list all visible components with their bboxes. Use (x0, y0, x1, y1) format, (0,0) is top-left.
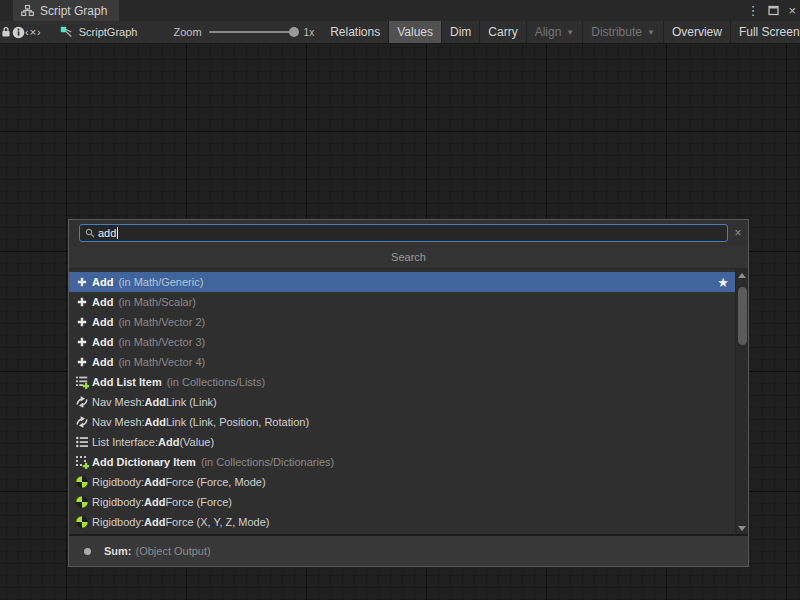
toolbar-button-distribute: Distribute▼ (583, 21, 663, 43)
port-dot-icon (84, 548, 91, 555)
search-icon (85, 228, 95, 238)
plus-icon (74, 275, 89, 289)
result-category: (in Math/Generic) (118, 276, 203, 288)
result-category: (in Collections/Lists) (167, 376, 265, 388)
search-result-row[interactable]: Add(in Math/Vector 4) (69, 352, 735, 372)
info-button[interactable] (12, 21, 25, 43)
result-text: Add (92, 356, 113, 368)
search-result-row[interactable]: Nav Mesh: Add Link (Link) (69, 392, 735, 412)
window-maximize-icon[interactable] (768, 5, 779, 16)
result-category: (in Math/Vector 4) (118, 356, 205, 368)
result-text: Nav Mesh: (92, 416, 145, 428)
graph-toolbar: ‹×› ScriptGraph Zoom 1x RelationsValuesD… (0, 21, 800, 44)
window-menu-icon[interactable]: ⋮ (746, 4, 759, 17)
result-text: Add (144, 476, 165, 488)
search-result-row[interactable]: Add(in Math/Vector 3) (69, 332, 735, 352)
zoom-slider[interactable] (209, 31, 297, 33)
tab-script-graph[interactable]: Script Graph (13, 0, 119, 21)
search-result-row[interactable]: Add(in Math/Generic)★ (69, 272, 735, 292)
result-text: List Interface: (92, 436, 158, 448)
toolbar-button-carry[interactable]: Carry (480, 21, 525, 43)
search-result-row[interactable]: Nav Mesh: Add Link (Link, Position, Rota… (69, 412, 735, 432)
result-text: Add List Item (92, 376, 162, 388)
toolbar-button-label: Values (397, 25, 433, 39)
favorite-star-icon[interactable]: ★ (717, 276, 729, 289)
plus-icon (74, 355, 89, 369)
result-text: Add Dictionary Item (92, 456, 196, 468)
zoom-control: Zoom 1x (151, 21, 322, 43)
zoom-label: Zoom (173, 26, 201, 38)
result-text: Link (Link, Position, Rotation) (166, 416, 309, 428)
navmesh-icon (74, 395, 89, 409)
scrollbar[interactable] (735, 269, 748, 534)
window-controls: ⋮ × (746, 0, 796, 21)
result-text: Add (92, 276, 113, 288)
search-result-row[interactable]: List Interface: Add (Value) (69, 432, 735, 452)
result-text: Rigidbody: (92, 496, 144, 508)
graph-breadcrumb[interactable]: ScriptGraph (42, 21, 152, 43)
search-result-row[interactable]: Rigidbody: Add Force (X, Y, Z, Mode) (69, 512, 735, 532)
toolbar-button-label: Relations (330, 25, 380, 39)
search-result-row[interactable]: Add(in Math/Scalar) (69, 292, 735, 312)
toolbar-button-dim[interactable]: Dim (442, 21, 479, 43)
graph-canvas[interactable]: add × Search Add(in Math/Generic)★Add(in… (0, 44, 800, 600)
zoom-slider-handle[interactable] (289, 27, 299, 37)
search-result-row[interactable]: Add List Item(in Collections/Lists) (69, 372, 735, 392)
result-text: Link (Link) (166, 396, 217, 408)
window-tab-bar: Script Graph ⋮ × (0, 0, 800, 21)
result-text: Nav Mesh: (92, 396, 145, 408)
search-result-row[interactable]: Rigidbody: Add Force (Force, Mode) (69, 472, 735, 492)
result-category: (in Collections/Dictionaries) (201, 456, 334, 468)
search-results-header: Search (69, 246, 748, 269)
lock-button[interactable] (0, 21, 12, 43)
toolbar-button-label: Align (535, 25, 562, 39)
summary-name: Sum: (104, 545, 132, 557)
toolbar-button-overview[interactable]: Overview (664, 21, 730, 43)
navmesh-icon (74, 415, 89, 429)
search-input[interactable]: add (79, 224, 728, 242)
zoom-value: 1x (304, 27, 315, 38)
toolbar-button-label: Carry (488, 25, 517, 39)
toolbar-button-label: Full Screen (739, 25, 800, 39)
toolbar-button-align: Align▼ (527, 21, 583, 43)
list-add-icon (74, 375, 89, 389)
scrollbar-thumb[interactable] (738, 287, 747, 345)
scroll-up-icon[interactable] (736, 269, 749, 281)
text-caret (117, 227, 118, 239)
tab-title: Script Graph (40, 4, 107, 18)
toolbar-button-values[interactable]: Values (389, 21, 441, 43)
result-category: (in Math/Vector 2) (118, 316, 205, 328)
result-text: Rigidbody: (92, 476, 144, 488)
window-close-icon[interactable]: × (788, 4, 796, 17)
toolbar-button-full-screen[interactable]: Full Screen (731, 21, 800, 43)
dictionary-add-icon (74, 455, 89, 469)
toolbar-buttons: RelationsValuesDimCarryAlign▼Distribute▼… (322, 21, 800, 43)
clear-search-icon[interactable]: × (728, 227, 748, 239)
result-text: Add (92, 316, 113, 328)
code-view-button[interactable]: ‹×› (25, 21, 42, 43)
toolbar-button-relations[interactable]: Relations (322, 21, 388, 43)
toolbar-button-label: Overview (672, 25, 722, 39)
chevron-down-icon: ▼ (647, 29, 655, 37)
graph-name-label: ScriptGraph (79, 26, 138, 38)
result-text: Add (158, 436, 179, 448)
search-result-row[interactable]: Rigidbody: Add Force (Force) (69, 492, 735, 512)
result-text: Force (Force) (165, 496, 232, 508)
list-icon (74, 435, 89, 449)
search-row: add × (69, 220, 748, 246)
plus-icon (74, 335, 89, 349)
rigidbody-icon (74, 475, 89, 489)
rigidbody-icon (74, 495, 89, 509)
search-results-list: Add(in Math/Generic)★Add(in Math/Scalar)… (69, 269, 748, 534)
result-text: Add (145, 416, 166, 428)
result-text: (Value) (179, 436, 214, 448)
result-text: Force (Force, Mode) (165, 476, 265, 488)
toolbar-button-label: Distribute (591, 25, 642, 39)
chevron-down-icon: ▼ (566, 29, 574, 37)
search-result-row[interactable]: Add(in Math/Vector 2) (69, 312, 735, 332)
result-text: Add (144, 516, 165, 528)
info-icon (12, 26, 25, 39)
selected-item-summary: Sum: (Object Output) (69, 534, 748, 566)
search-result-row[interactable]: Add Dictionary Item(in Collections/Dicti… (69, 452, 735, 472)
scroll-down-icon[interactable] (736, 522, 749, 534)
